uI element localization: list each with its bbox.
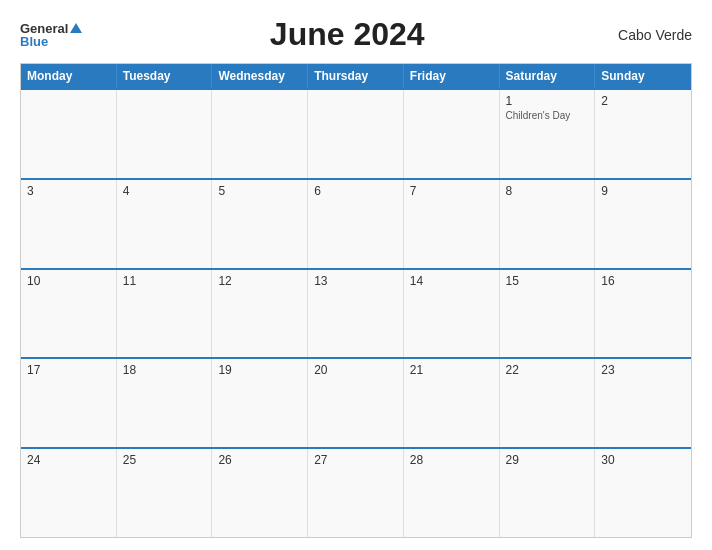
- day-number: 3: [27, 184, 110, 198]
- cell-w2-fri: 7: [404, 180, 500, 268]
- cell-w1-sat: 1 Children's Day: [500, 90, 596, 178]
- day-number: 5: [218, 184, 301, 198]
- day-number: 10: [27, 274, 110, 288]
- cell-w3-mon: 10: [21, 270, 117, 358]
- cell-w5-sat: 29: [500, 449, 596, 537]
- col-saturday: Saturday: [500, 64, 596, 88]
- week-row-1: 1 Children's Day 2: [21, 88, 691, 178]
- day-number: 19: [218, 363, 301, 377]
- cell-w1-tue: [117, 90, 213, 178]
- day-number: 2: [601, 94, 685, 108]
- calendar-header: Monday Tuesday Wednesday Thursday Friday…: [21, 64, 691, 88]
- col-sunday: Sunday: [595, 64, 691, 88]
- cell-w1-fri: [404, 90, 500, 178]
- day-number: 6: [314, 184, 397, 198]
- logo-blue-text: Blue: [20, 35, 48, 48]
- day-number: 24: [27, 453, 110, 467]
- cell-w4-sat: 22: [500, 359, 596, 447]
- logo-general-text: General: [20, 22, 68, 35]
- day-number: 7: [410, 184, 493, 198]
- day-event: Children's Day: [506, 110, 589, 121]
- day-number: 9: [601, 184, 685, 198]
- page: General Blue June 2024 Cabo Verde Monday…: [0, 0, 712, 550]
- country-label: Cabo Verde: [612, 27, 692, 43]
- cell-w2-tue: 4: [117, 180, 213, 268]
- week-row-5: 24 25 26 27 28 29 30: [21, 447, 691, 537]
- cell-w1-sun: 2: [595, 90, 691, 178]
- cell-w1-mon: [21, 90, 117, 178]
- col-tuesday: Tuesday: [117, 64, 213, 88]
- cell-w5-thu: 27: [308, 449, 404, 537]
- cell-w3-thu: 13: [308, 270, 404, 358]
- day-number: 23: [601, 363, 685, 377]
- cell-w5-mon: 24: [21, 449, 117, 537]
- day-number: 21: [410, 363, 493, 377]
- day-number: 27: [314, 453, 397, 467]
- day-number: 14: [410, 274, 493, 288]
- week-row-3: 10 11 12 13 14 15 16: [21, 268, 691, 358]
- cell-w3-fri: 14: [404, 270, 500, 358]
- cell-w3-tue: 11: [117, 270, 213, 358]
- cell-w5-fri: 28: [404, 449, 500, 537]
- cell-w2-wed: 5: [212, 180, 308, 268]
- col-wednesday: Wednesday: [212, 64, 308, 88]
- cell-w4-thu: 20: [308, 359, 404, 447]
- week-row-4: 17 18 19 20 21 22 23: [21, 357, 691, 447]
- cell-w1-thu: [308, 90, 404, 178]
- cell-w4-wed: 19: [212, 359, 308, 447]
- cell-w4-mon: 17: [21, 359, 117, 447]
- calendar-body: 1 Children's Day 2 3 4 5 6: [21, 88, 691, 537]
- col-monday: Monday: [21, 64, 117, 88]
- cell-w2-mon: 3: [21, 180, 117, 268]
- calendar: Monday Tuesday Wednesday Thursday Friday…: [20, 63, 692, 538]
- day-number: 28: [410, 453, 493, 467]
- cell-w5-tue: 25: [117, 449, 213, 537]
- cell-w2-thu: 6: [308, 180, 404, 268]
- day-number: 12: [218, 274, 301, 288]
- day-number: 15: [506, 274, 589, 288]
- week-row-2: 3 4 5 6 7 8 9: [21, 178, 691, 268]
- day-number: 8: [506, 184, 589, 198]
- cell-w5-sun: 30: [595, 449, 691, 537]
- day-number: 13: [314, 274, 397, 288]
- cell-w4-fri: 21: [404, 359, 500, 447]
- col-thursday: Thursday: [308, 64, 404, 88]
- logo: General Blue: [20, 22, 82, 48]
- day-number: 17: [27, 363, 110, 377]
- cell-w2-sun: 9: [595, 180, 691, 268]
- cell-w3-wed: 12: [212, 270, 308, 358]
- day-number: 16: [601, 274, 685, 288]
- day-number: 25: [123, 453, 206, 467]
- day-number: 20: [314, 363, 397, 377]
- cell-w4-sun: 23: [595, 359, 691, 447]
- day-number: 22: [506, 363, 589, 377]
- day-number: 18: [123, 363, 206, 377]
- day-number: 4: [123, 184, 206, 198]
- day-number: 30: [601, 453, 685, 467]
- day-number: 29: [506, 453, 589, 467]
- cell-w3-sun: 16: [595, 270, 691, 358]
- cell-w1-wed: [212, 90, 308, 178]
- logo-triangle-icon: [70, 23, 82, 33]
- day-number: 1: [506, 94, 589, 108]
- cell-w2-sat: 8: [500, 180, 596, 268]
- cell-w4-tue: 18: [117, 359, 213, 447]
- cell-w5-wed: 26: [212, 449, 308, 537]
- day-number: 11: [123, 274, 206, 288]
- header: General Blue June 2024 Cabo Verde: [20, 16, 692, 53]
- col-friday: Friday: [404, 64, 500, 88]
- day-number: 26: [218, 453, 301, 467]
- calendar-title: June 2024: [82, 16, 612, 53]
- cell-w3-sat: 15: [500, 270, 596, 358]
